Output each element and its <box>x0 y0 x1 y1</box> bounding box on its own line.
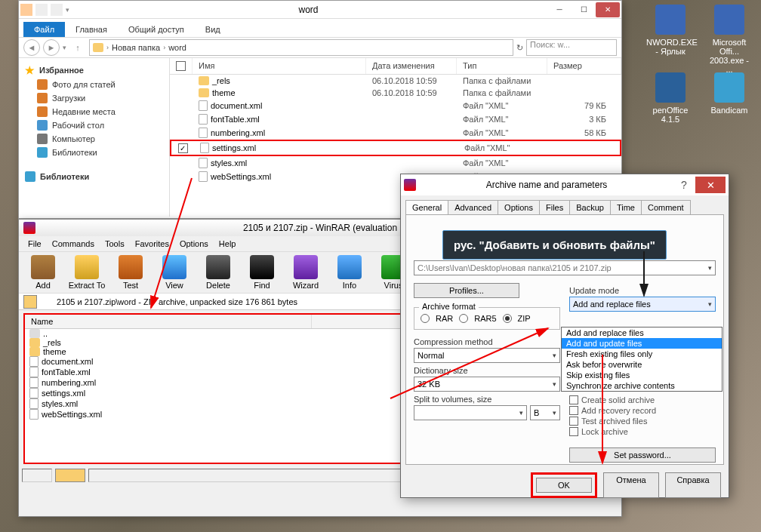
dropdown-item[interactable]: Add and update files <box>562 338 722 349</box>
sidebar-libraries[interactable]: Библиотеки <box>25 170 163 183</box>
file-row[interactable]: ✓ settings.xml Файл "XML" <box>170 140 621 156</box>
menu-item[interactable]: Commands <box>48 238 99 250</box>
file-icon <box>29 409 39 420</box>
dropdown-item[interactable]: Fresh existing files only <box>562 349 722 359</box>
tab-home[interactable]: Главная <box>65 22 118 37</box>
explorer-titlebar[interactable]: ▾ word ─ ☐ ✕ <box>19 1 621 19</box>
col-size[interactable]: Размер <box>547 58 621 74</box>
toolbar-info[interactable]: Info <box>328 254 371 291</box>
desktop-icon-openoffice[interactable]: penOffice 4.1.5 <box>646 72 695 124</box>
col-name[interactable]: Name <box>25 315 312 328</box>
dropdown-item[interactable]: Add and replace files <box>562 328 722 338</box>
help-button[interactable]: Справка <box>665 472 721 498</box>
file-type: Файл "XML" <box>458 143 549 153</box>
toolbar-find[interactable]: Find <box>241 254 283 291</box>
file-name: fontTable.xml <box>42 367 91 377</box>
file-row[interactable]: numbering.xml Файл "XML" 58 КБ <box>170 126 621 140</box>
set-password-button[interactable]: Set password... <box>569 447 716 463</box>
file-row[interactable]: document.xml Файл "XML" 79 КБ <box>170 99 621 112</box>
toolbar-delete[interactable]: Delete <box>197 254 239 291</box>
breadcrumb-seg[interactable]: word <box>168 43 186 52</box>
col-check[interactable] <box>170 58 193 74</box>
col-date[interactable]: Дата изменения <box>366 58 457 74</box>
col-type[interactable]: Тип <box>457 58 547 74</box>
qat-icon[interactable] <box>35 4 48 16</box>
split-size-combo[interactable]: ▾ <box>414 405 527 420</box>
toolbar-wizard[interactable]: Wizard <box>285 254 327 291</box>
breadcrumb-seg[interactable]: Новая папка <box>112 43 160 52</box>
dict-combo[interactable]: 32 KB▾ <box>414 377 560 392</box>
desktop-icon-nword[interactable]: NWORD.EXE - Ярлык <box>646 5 695 56</box>
close-button[interactable]: ✕ <box>695 177 726 193</box>
tab-view[interactable]: Вид <box>195 22 231 37</box>
menu-item[interactable]: Help <box>214 238 241 250</box>
tab-share[interactable]: Общий доступ <box>118 22 195 37</box>
dropdown-item[interactable]: Skip existing files <box>562 370 722 380</box>
up-button[interactable]: ↑ <box>69 39 86 56</box>
breadcrumb[interactable]: › Новая папка › word <box>89 39 513 56</box>
sidebar-item[interactable]: Рабочий стол <box>25 118 163 132</box>
opt-solid[interactable]: Create solid archive <box>569 395 716 405</box>
sidebar-item[interactable]: Загрузки <box>25 91 163 105</box>
tab-backup[interactable]: Backup <box>569 200 611 214</box>
dropdown-item[interactable]: Ask before overwrite <box>562 359 722 370</box>
sidebar-item[interactable]: Библиотеки <box>25 146 163 159</box>
menu-item[interactable]: Tools <box>100 238 129 250</box>
file-row[interactable]: fontTable.xml Файл "XML" 3 КБ <box>170 112 621 126</box>
col-name[interactable]: Имя <box>193 58 366 74</box>
up-icon[interactable] <box>23 295 37 309</box>
tab-options[interactable]: Options <box>498 200 540 214</box>
toolbar-view[interactable]: View <box>153 254 196 291</box>
file-date <box>368 147 458 149</box>
radio-rar5[interactable] <box>459 314 468 323</box>
file-row[interactable]: _rels 06.10.2018 10:59 Папка с файлами <box>170 75 621 87</box>
menu-item[interactable]: Favorites <box>131 238 174 250</box>
file-row[interactable]: styles.xml Файл "XML" <box>170 156 621 170</box>
desktop-icon-bandicam[interactable]: Bandicam <box>705 72 753 115</box>
close-button[interactable]: ✕ <box>596 2 620 17</box>
file-row[interactable]: theme 06.10.2018 10:59 Папка с файлами <box>170 87 621 99</box>
opt-lock[interactable]: Lock archive <box>569 426 716 437</box>
search-input[interactable]: Поиск: w... <box>526 39 617 56</box>
opt-test[interactable]: Test archived files <box>569 416 716 426</box>
split-unit-combo[interactable]: B▾ <box>530 405 560 420</box>
file-name: _rels <box>43 338 61 347</box>
menu-item[interactable]: Options <box>175 238 213 250</box>
menu-item[interactable]: File <box>23 238 46 250</box>
sidebar-item[interactable]: Фото для статей <box>25 78 163 91</box>
tab-comment[interactable]: Comment <box>641 200 691 214</box>
minimize-button[interactable]: ─ <box>547 2 572 17</box>
update-mode-combo[interactable]: Add and replace files▾ <box>569 297 716 312</box>
forward-button[interactable]: ► <box>43 39 60 56</box>
opt-recovery[interactable]: Add recovery record <box>569 405 716 416</box>
qat-icon[interactable] <box>51 4 63 16</box>
help-button[interactable]: ? <box>673 179 695 191</box>
sidebar-item[interactable]: Недавние места <box>25 105 163 118</box>
toolbar-add[interactable]: Add <box>22 254 64 291</box>
explorer-sidebar: ★Избранное Фото для статей Загрузки Неда… <box>19 58 170 217</box>
tab-advanced[interactable]: Advanced <box>448 200 498 214</box>
tab-file[interactable]: Файл <box>23 22 65 37</box>
toolbar-label: Add <box>35 281 51 290</box>
ok-button[interactable]: OK <box>536 478 592 493</box>
cancel-button[interactable]: Отмена <box>603 472 659 498</box>
compression-combo[interactable]: Normal▾ <box>414 348 560 363</box>
sidebar-favorites[interactable]: ★Избранное <box>25 63 163 78</box>
dropdown-item[interactable]: Synchronize archive contents <box>562 380 722 391</box>
dialog-titlebar[interactable]: Archive name and parameters ? ✕ <box>401 174 729 195</box>
tab-time[interactable]: Time <box>610 200 642 214</box>
checkbox-icon[interactable]: ✓ <box>178 143 188 153</box>
archive-name-field[interactable]: C:\Users\Ivan\Desktop\новая папка\2105 и… <box>414 260 716 275</box>
toolbar-extract-to[interactable]: Extract To <box>66 254 108 291</box>
radio-rar[interactable] <box>421 314 430 323</box>
desktop-icon-msoffice[interactable]: Microsoft Offi... 2003.exe - ... <box>705 5 753 74</box>
tab-files[interactable]: Files <box>539 200 570 214</box>
profiles-button[interactable]: Profiles... <box>414 283 519 298</box>
radio-zip[interactable] <box>503 314 512 323</box>
maximize-button[interactable]: ☐ <box>572 2 596 17</box>
toolbar-test[interactable]: Test <box>109 254 152 291</box>
tab-page-general: рус. "Добавить и обновить файлы" C:\User… <box>405 214 724 465</box>
back-button[interactable]: ◄ <box>23 39 40 56</box>
sidebar-item[interactable]: Компьютер <box>25 132 163 146</box>
tab-general[interactable]: General <box>405 200 448 214</box>
